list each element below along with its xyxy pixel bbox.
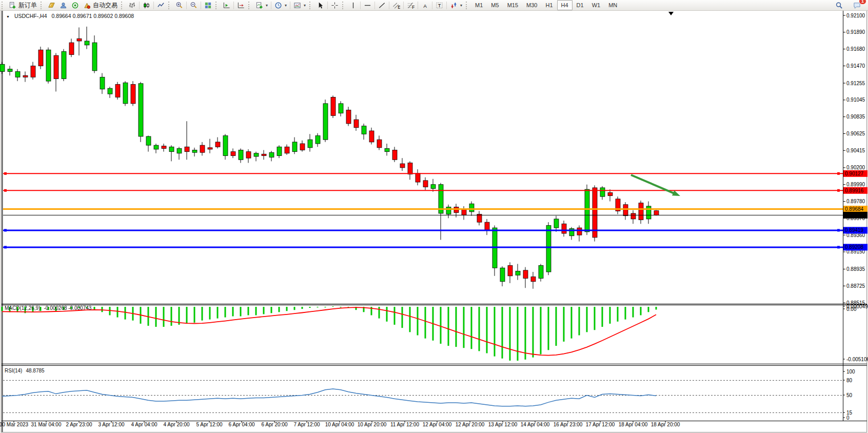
candle: [408, 163, 412, 174]
cursor-icon: [317, 2, 324, 9]
candle: [92, 43, 97, 71]
candle: [639, 203, 643, 220]
text-label-button[interactable]: T: [433, 0, 445, 10]
equidistant-channel-button[interactable]: E: [390, 0, 402, 10]
symbol-marker-icon: [6, 13, 10, 19]
candle: [323, 104, 328, 140]
candle: [123, 83, 128, 104]
line-handle[interactable]: [4, 189, 7, 192]
candlestick-button[interactable]: [141, 0, 152, 10]
y-tick-label: 0.91255: [846, 81, 865, 86]
time-label: 6 Apr 20:00: [261, 422, 288, 427]
charts-button[interactable]: [46, 0, 57, 10]
svg-text:T: T: [438, 3, 441, 8]
bar-chart-button[interactable]: [126, 0, 138, 10]
toolbar-grip: [466, 2, 469, 9]
tf-m5-button[interactable]: M5: [487, 0, 503, 10]
candle: [623, 205, 628, 216]
arrows-button[interactable]: ▾: [448, 0, 464, 10]
candle: [631, 213, 636, 219]
toolbar-grip: [168, 2, 171, 9]
trendline-button[interactable]: [376, 0, 388, 10]
price-tag-label: 0.89608: [845, 212, 864, 218]
vertical-line-button[interactable]: [347, 0, 359, 10]
price-tag-label: 0.90127: [845, 171, 864, 176]
line-handle[interactable]: [837, 229, 840, 231]
tf-w1-button[interactable]: W1: [588, 0, 605, 10]
candle: [38, 50, 43, 66]
candle: [562, 224, 566, 233]
line-handle[interactable]: [837, 246, 840, 248]
time-label: 12 Apr 20:00: [456, 422, 485, 427]
tf-m15-button[interactable]: M15: [503, 0, 522, 10]
auto-scroll-button[interactable]: [221, 0, 232, 10]
candle: [354, 120, 359, 128]
dropdown-caret-icon[interactable]: ▾: [266, 3, 268, 8]
search-button[interactable]: [833, 0, 845, 10]
dropdown-caret-icon[interactable]: ▾: [285, 3, 287, 8]
rsi-axis-label: 100: [846, 369, 855, 375]
tf-h1-button[interactable]: H1: [541, 0, 557, 10]
y-tick-label: 0.92100: [846, 13, 865, 18]
fibonacci-button[interactable]: F: [405, 0, 417, 10]
time-label: 11 Apr 12:00: [390, 422, 419, 427]
chart-shift-button[interactable]: [235, 0, 247, 10]
dropdown-caret-icon[interactable]: ▾: [460, 3, 462, 8]
tf-m1-button[interactable]: M1: [471, 0, 487, 10]
tile-windows-button[interactable]: [202, 0, 214, 10]
new-order-button[interactable]: 新订单: [7, 0, 39, 10]
chat-button[interactable]: 1: [851, 0, 863, 10]
macd-name: MACD(12,26,9): [5, 305, 40, 311]
zoom-in-button[interactable]: [173, 0, 185, 10]
line-handle[interactable]: [4, 229, 7, 231]
time-label: 30 Mar 2023: [0, 422, 29, 427]
y-tick-label: 0.91045: [846, 97, 865, 103]
candle: [462, 209, 466, 215]
horizontal-line-button[interactable]: [362, 0, 373, 10]
line-chart-button[interactable]: [155, 0, 167, 10]
macd-axis-label: -0.005106: [846, 357, 868, 362]
y-tick-label: 0.88935: [846, 266, 865, 272]
equidistant-channel-icon: E: [392, 2, 400, 9]
tf-m30-button[interactable]: M30: [522, 0, 541, 10]
line-handle[interactable]: [4, 172, 7, 175]
y-tick-label: 0.91470: [846, 63, 865, 69]
y-tick-label: 0.89780: [846, 199, 865, 204]
profile-button[interactable]: [57, 0, 69, 10]
tf-mn-button[interactable]: MN: [604, 0, 621, 10]
candle: [139, 84, 143, 136]
crosshair-button[interactable]: [329, 0, 341, 10]
periods-button[interactable]: ▾: [272, 0, 289, 10]
indicators-button[interactable]: ▾: [253, 0, 270, 10]
text-button[interactable]: A: [419, 0, 431, 10]
cursor-button[interactable]: [314, 0, 326, 10]
line-handle[interactable]: [837, 189, 840, 192]
toolbar-group-scroll: [214, 0, 247, 10]
y-tick-label: 0.88725: [846, 283, 865, 289]
candle: [269, 152, 274, 157]
zoom-out-icon: [190, 2, 198, 9]
candle: [308, 140, 312, 148]
candle: [423, 181, 428, 187]
time-label: 17 Apr 12:00: [586, 422, 615, 427]
chart-symbol: USDCHF-,H4: [14, 13, 47, 19]
candle: [77, 38, 82, 41]
dropdown-caret-icon[interactable]: ▾: [304, 3, 306, 8]
zoom-out-button[interactable]: [188, 0, 200, 10]
chart-ohlc: 0.89664 0.89671 0.89602 0.89608: [52, 13, 134, 19]
toolbar-grip: [248, 2, 251, 9]
toolbar-group-cursor: [308, 0, 341, 10]
tf-d1-button[interactable]: D1: [573, 0, 588, 10]
candle: [0, 64, 5, 71]
toolbar-separator: [290, 2, 290, 9]
tf-h4-button[interactable]: H4: [557, 0, 573, 10]
line-chart-icon: [157, 2, 165, 9]
autotrading-button[interactable]: 自动交易: [81, 0, 120, 10]
community-button[interactable]: [69, 0, 81, 10]
toolbar-separator: [403, 2, 404, 9]
toolbar-separator: [418, 2, 418, 9]
line-handle[interactable]: [4, 246, 7, 248]
chart-canvas[interactable]: 0.921000.918900.916800.914700.912550.910…: [0, 0, 868, 433]
templates-button[interactable]: ▾: [291, 0, 308, 10]
line-handle[interactable]: [837, 172, 840, 175]
